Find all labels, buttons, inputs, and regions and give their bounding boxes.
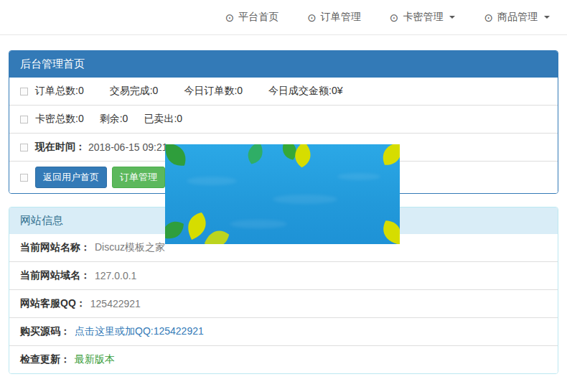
square-bullet-icon (20, 116, 28, 123)
nav-item-label: 平台首页 (238, 11, 278, 24)
stat-trade-complete: 交易完成:0 (110, 85, 159, 98)
site-name-value: Discuz模板之家 (95, 241, 165, 254)
cloud-shape (230, 220, 287, 228)
current-time-value: 2018-06-15 09:21 (88, 141, 168, 153)
service-qq-label: 网站客服QQ： (20, 297, 86, 310)
site-name-label: 当前网站名称： (20, 241, 90, 254)
cloud-shape (273, 195, 337, 204)
caret-down-icon (544, 16, 550, 19)
square-bullet-icon (20, 88, 28, 95)
cloud-shape (337, 173, 380, 180)
circled-dot-icon: ⊙ (307, 12, 317, 23)
caret-down-icon (449, 16, 455, 19)
nav-item-platform-home[interactable]: ⊙ 平台首页 (225, 11, 279, 24)
circled-dot-icon: ⊙ (390, 12, 399, 23)
stat-today-orders: 今日订单数:0 (184, 85, 243, 98)
nav-item-card-management[interactable]: ⊙ 卡密管理 (390, 11, 456, 24)
stats-row-cards: 卡密总数:0 剩余:0 已卖出:0 (9, 105, 558, 133)
top-navbar: ⊙ 平台首页 ⊙ 订单管理 ⊙ 卡密管理 ⊙ 商品管理 (0, 0, 567, 35)
nav-item-label: 订单管理 (321, 11, 361, 24)
leaf-icon (372, 212, 400, 244)
stat-card-total: 卡密总数:0 (35, 113, 84, 126)
check-update-link[interactable]: 最新版本 (75, 353, 115, 366)
check-update-row: 检查更新： 最新版本 (9, 345, 558, 373)
check-update-label: 检查更新： (20, 353, 70, 366)
stat-card-sold: 已卖出:0 (144, 113, 182, 126)
site-domain-label: 当前网站域名： (20, 269, 90, 282)
nav-item-label: 卡密管理 (403, 11, 443, 24)
leaf-icon (372, 144, 400, 174)
square-bullet-icon (20, 174, 28, 182)
promo-image-overlay (165, 144, 400, 244)
nav-item-order-management[interactable]: ⊙ 订单管理 (307, 11, 361, 24)
back-to-user-home-button[interactable]: 返回用户首页 (35, 167, 107, 188)
leaf-icon (239, 144, 272, 169)
cloud-shape (187, 177, 237, 185)
order-management-button[interactable]: 订单管理 (112, 167, 165, 188)
square-bullet-icon (20, 144, 28, 151)
leaf-icon (287, 144, 318, 170)
stats-row-orders: 订单总数:0 交易完成:0 今日订单数:0 今日成交金额:0¥ (9, 78, 558, 105)
service-qq-row: 网站客服QQ： 125422921 (9, 289, 558, 317)
buy-source-label: 购买源码： (20, 325, 70, 338)
leaf-icon (165, 144, 197, 177)
circled-dot-icon: ⊙ (484, 12, 493, 23)
buy-source-row: 购买源码： 点击这里或加QQ:125422921 (9, 317, 558, 345)
panel-title-admin-home: 后台管理首页 (9, 51, 558, 78)
site-domain-value: 127.0.0.1 (95, 270, 136, 281)
circled-dot-icon: ⊙ (225, 12, 235, 23)
page: ⊙ 平台首页 ⊙ 订单管理 ⊙ 卡密管理 ⊙ 商品管理 后台管理首页 订单总数:… (0, 0, 567, 392)
stat-today-amount: 今日成交金额:0¥ (268, 85, 342, 98)
site-domain-row: 当前网站域名： 127.0.0.1 (9, 261, 558, 289)
current-time-label: 现在时间： (35, 141, 85, 154)
service-qq-value: 125422921 (90, 298, 141, 309)
stat-order-total: 订单总数:0 (35, 85, 84, 98)
buy-source-link[interactable]: 点击这里或加QQ:125422921 (75, 325, 204, 338)
stat-card-remaining: 剩余:0 (100, 113, 128, 126)
nav-item-product-management[interactable]: ⊙ 商品管理 (484, 11, 550, 24)
nav-item-label: 商品管理 (497, 11, 538, 24)
